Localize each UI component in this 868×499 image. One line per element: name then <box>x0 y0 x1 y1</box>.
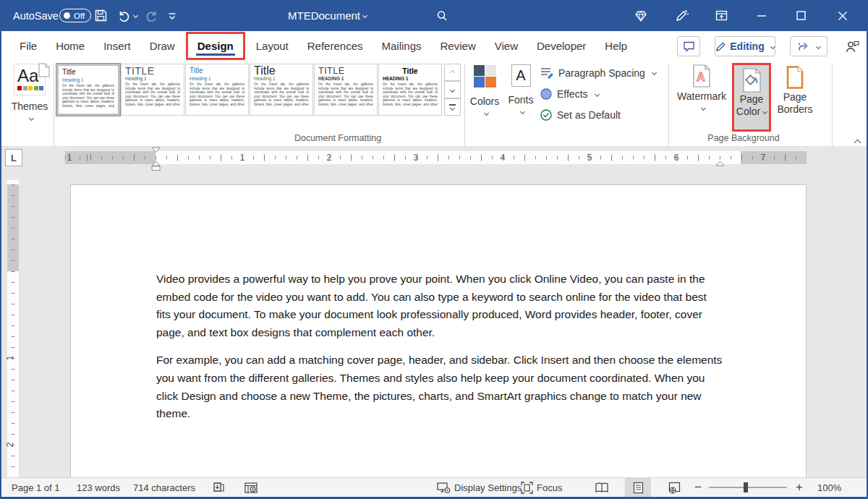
page-borders-button[interactable]: Page Borders <box>774 65 816 116</box>
paragraph-spacing-dropdown-icon <box>652 70 657 75</box>
tab-stop-selector[interactable]: L <box>5 149 22 166</box>
tab-view[interactable]: View <box>485 31 527 61</box>
gallery-scroll-up-button[interactable] <box>444 64 461 81</box>
themes-dropdown-icon <box>28 116 33 121</box>
undo-button[interactable] <box>116 0 137 31</box>
proofing-status-button[interactable] <box>213 478 225 497</box>
page-background-group-label: Page Background <box>707 133 779 143</box>
horizontal-ruler[interactable]: 1 1 2 3 4 5 6 7 <box>65 151 807 164</box>
style-set-thumbnail-1[interactable]: Title Heading 1 On the Insert tab, the g… <box>56 64 120 116</box>
tab-file[interactable]: File <box>10 31 46 61</box>
zoom-slider-handle <box>744 482 748 492</box>
ruler-margin-number: 1 <box>67 151 72 164</box>
page-color-button[interactable]: Page Color <box>732 63 771 132</box>
chevron-up-icon <box>450 69 455 74</box>
effects-dropdown-icon <box>595 91 600 96</box>
tab-insert[interactable]: Insert <box>94 31 140 61</box>
print-layout-view-button[interactable] <box>625 478 651 497</box>
hanging-indent-marker[interactable] <box>151 161 161 171</box>
read-mode-view-button[interactable] <box>589 478 615 497</box>
diamond-icon[interactable] <box>634 0 648 31</box>
zoom-slider[interactable] <box>709 478 787 497</box>
ribbon-display-options-button[interactable] <box>715 0 728 31</box>
document-area: 1 2 Video provides a powerful way to hel… <box>1 176 867 479</box>
redo-button[interactable] <box>145 0 159 31</box>
share-dropdown-icon <box>815 43 820 48</box>
tab-references[interactable]: References <box>298 31 373 61</box>
tab-review[interactable]: Review <box>431 31 485 61</box>
editing-label: Editing <box>730 40 764 52</box>
character-count-status[interactable]: 714 characters <box>133 478 195 497</box>
ruler-row: L 1 1 2 3 4 5 6 7 <box>1 147 867 176</box>
search-button[interactable] <box>435 0 448 31</box>
gallery-more-button[interactable] <box>444 98 461 116</box>
word-count-status[interactable]: 123 words <box>77 478 120 497</box>
document-text[interactable]: Video provides a powerful way to help yo… <box>156 270 723 433</box>
comments-button[interactable] <box>677 36 700 56</box>
maximize-button[interactable] <box>796 0 806 31</box>
minimize-button[interactable] <box>757 0 767 31</box>
share-button[interactable] <box>790 36 827 56</box>
editing-dropdown-icon <box>770 43 775 48</box>
svg-text:A: A <box>697 71 705 83</box>
paragraph-spacing-button[interactable]: Paragraph Spacing <box>540 67 656 79</box>
style-set-thumbnail-6[interactable]: Title HEADING 1 On the Insert tab, the g… <box>378 64 442 116</box>
style-set-thumbnail-3[interactable]: Title Heading 1 On the Insert tab, the g… <box>185 64 249 116</box>
zoom-level[interactable]: 100% <box>817 478 841 497</box>
tab-mailings[interactable]: Mailings <box>373 31 431 61</box>
save-button[interactable] <box>94 0 108 31</box>
themes-button[interactable]: Aa Themes <box>9 64 51 120</box>
focus-icon <box>521 482 533 494</box>
colors-button[interactable]: Colors <box>467 65 502 115</box>
close-button[interactable] <box>838 0 848 31</box>
page-color-icon <box>741 67 762 93</box>
document-title[interactable]: MTEDocument <box>288 0 367 31</box>
first-line-indent-marker[interactable] <box>151 147 161 153</box>
effects-button[interactable]: Effects <box>540 88 599 101</box>
zoom-in-button[interactable]: + <box>796 478 803 497</box>
watermark-icon: A <box>692 64 712 88</box>
tab-design[interactable]: Design <box>188 34 243 58</box>
comment-icon <box>683 40 695 52</box>
style-set-thumbnail-2[interactable]: TITLE Heading 1 On the Insert tab, the g… <box>121 64 184 116</box>
vertical-ruler[interactable]: 1 2 <box>7 180 19 479</box>
right-indent-marker[interactable] <box>715 161 725 166</box>
autosave-toggle[interactable]: Off <box>59 0 91 31</box>
gallery-scroll-down-button[interactable] <box>444 81 461 98</box>
collapse-ribbon-button[interactable] <box>852 134 860 147</box>
undo-dropdown-icon[interactable] <box>133 13 138 18</box>
style-set-thumbnail-5[interactable]: TITLE HEADING 1 On the Insert tab, the g… <box>314 64 378 116</box>
set-as-default-button[interactable]: Set as Default <box>540 108 621 121</box>
focus-mode-button[interactable]: Focus <box>521 478 562 497</box>
editing-mode-button[interactable]: Editing <box>715 36 775 56</box>
people-button[interactable] <box>835 36 868 56</box>
tab-layout[interactable]: Layout <box>247 31 298 61</box>
paragraph-spacing-icon <box>540 67 554 79</box>
paragraph-2: For example, you can add a matching cove… <box>156 351 723 422</box>
colors-icon <box>474 65 496 88</box>
pen-sparkle-icon[interactable] <box>674 0 689 31</box>
customize-quick-access-button[interactable] <box>167 0 177 31</box>
themes-icon: Aa <box>14 64 46 95</box>
tab-home[interactable]: Home <box>46 31 94 61</box>
maximize-icon <box>796 11 806 20</box>
page-borders-label-line1: Page <box>783 91 807 103</box>
proofing-book-icon <box>213 481 225 494</box>
document-page[interactable]: Video provides a powerful way to help yo… <box>70 184 807 479</box>
fonts-dropdown-icon <box>519 109 524 114</box>
fonts-button[interactable]: A Fonts <box>505 64 537 114</box>
watermark-button[interactable]: A Watermark <box>674 64 729 110</box>
watermark-label: Watermark <box>677 90 726 102</box>
macro-recording-button[interactable] <box>244 478 258 497</box>
style-set-thumbnail-4[interactable]: Title Heading 1 On the Insert tab, the g… <box>250 64 313 116</box>
page-color-label-line1: Page <box>740 93 764 106</box>
tab-help[interactable]: Help <box>595 31 637 61</box>
web-layout-view-button[interactable] <box>661 478 687 497</box>
tab-developer[interactable]: Developer <box>527 31 595 61</box>
undo-icon <box>116 9 131 23</box>
zoom-out-button[interactable]: − <box>694 478 702 497</box>
page-color-label-line2: Color <box>736 106 760 117</box>
page-number-status[interactable]: Page 1 of 1 <box>12 478 60 497</box>
display-settings-button[interactable]: Display Settings <box>437 478 522 497</box>
tab-draw[interactable]: Draw <box>140 31 184 61</box>
